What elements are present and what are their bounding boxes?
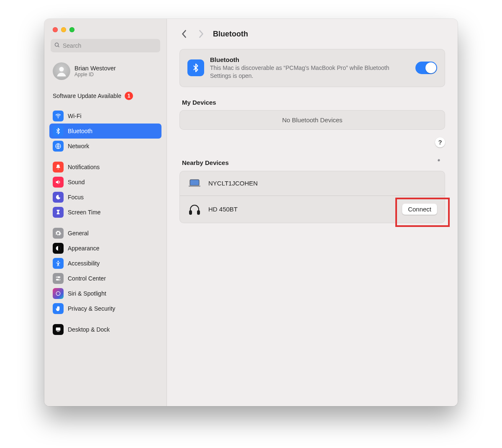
sidebar-item-label: Desktop & Dock <box>68 326 110 333</box>
update-badge: 1 <box>125 92 133 100</box>
sidebar-item-network[interactable]: Network <box>49 139 161 154</box>
svg-point-9 <box>56 277 58 278</box>
sidebar-item-label: Screen Time <box>68 209 101 216</box>
siri-icon <box>53 288 64 299</box>
account-sub: Apple ID <box>74 72 116 77</box>
hand-icon <box>53 303 64 314</box>
sidebar-item-sound[interactable]: Sound <box>49 175 161 190</box>
svg-rect-17 <box>197 211 200 214</box>
svg-point-6 <box>58 261 59 262</box>
help-button[interactable]: ? <box>435 137 445 147</box>
sidebar-item-privacy[interactable]: Privacy & Security <box>49 301 161 316</box>
sidebar-item-label: Control Center <box>68 275 106 282</box>
svg-rect-16 <box>190 211 192 214</box>
main-pane: Bluetooth Bluetooth This Mac is discover… <box>167 19 458 406</box>
svg-point-0 <box>55 43 59 46</box>
account-row[interactable]: Brian Westover Apple ID <box>49 60 161 86</box>
software-update-row[interactable]: Software Update Available 1 <box>49 86 161 106</box>
sidebar-item-label: Privacy & Security <box>68 305 115 312</box>
forward-button[interactable] <box>196 28 205 40</box>
update-label: Software Update Available <box>53 93 121 99</box>
connect-button[interactable]: Connect <box>402 203 437 215</box>
settings-window: Brian Westover Apple ID Software Update … <box>44 19 458 406</box>
svg-rect-13 <box>57 331 60 332</box>
appearance-icon <box>53 243 64 254</box>
device-name: HD 450BT <box>208 206 395 213</box>
sidebar-item-focus[interactable]: Focus <box>49 190 161 205</box>
gear-icon <box>53 228 64 239</box>
nearby-heading: Nearby Devices <box>182 159 229 166</box>
close-window-button[interactable] <box>53 27 58 32</box>
sidebar-item-appearance[interactable]: Appearance <box>49 241 161 256</box>
sidebar: Brian Westover Apple ID Software Update … <box>44 19 167 406</box>
sidebar-item-general[interactable]: General <box>49 226 161 241</box>
avatar <box>53 62 70 80</box>
hourglass-icon <box>53 207 64 218</box>
back-button[interactable] <box>179 28 189 40</box>
search-icon <box>54 42 60 50</box>
toggle-knob <box>425 62 436 73</box>
sidebar-item-label: Network <box>68 143 89 149</box>
focus-icon <box>53 192 64 203</box>
my-devices-empty: No Bluetooth Devices <box>179 110 445 130</box>
spinner-icon <box>435 159 443 167</box>
svg-rect-12 <box>56 327 61 330</box>
sidebar-item-label: Focus <box>68 194 84 201</box>
sidebar-item-control-center[interactable]: Control Center <box>49 271 161 286</box>
nav-group: Notifications Sound Focus Screen Time <box>49 160 161 220</box>
nav-group: General Appearance Accessibility Control… <box>49 226 161 316</box>
sound-icon <box>53 177 64 188</box>
svg-line-1 <box>58 46 59 47</box>
network-icon <box>53 141 64 152</box>
sidebar-item-label: Siri & Spotlight <box>68 290 106 297</box>
laptop-icon <box>187 179 202 188</box>
svg-rect-14 <box>190 180 199 185</box>
bluetooth-toggle[interactable] <box>415 62 437 74</box>
nav-group: Wi-Fi Bluetooth Network <box>49 108 161 154</box>
sidebar-item-label: Wi-Fi <box>68 113 82 119</box>
svg-point-11 <box>56 291 60 295</box>
window-controls <box>49 26 161 39</box>
bell-icon <box>53 162 64 173</box>
device-row[interactable]: HD 450BT Connect <box>180 196 445 223</box>
my-devices-heading: My Devices <box>182 99 445 106</box>
sidebar-item-label: Notifications <box>68 164 100 170</box>
sidebar-item-screen-time[interactable]: Screen Time <box>49 205 161 220</box>
sidebar-item-accessibility[interactable]: Accessibility <box>49 256 161 271</box>
svg-point-10 <box>59 279 60 281</box>
toggles-icon <box>53 273 64 284</box>
nav-group: Desktop & Dock <box>49 322 161 337</box>
page-title: Bluetooth <box>213 30 248 39</box>
minimize-window-button[interactable] <box>61 27 66 32</box>
account-name: Brian Westover <box>74 65 116 72</box>
device-row[interactable]: NYCLT1JCOHEN <box>180 171 445 196</box>
sidebar-item-label: Accessibility <box>68 260 100 267</box>
sidebar-item-label: Sound <box>68 179 85 185</box>
svg-point-3 <box>58 118 59 118</box>
nearby-devices-list: NYCLT1JCOHEN HD 450BT Connect <box>179 171 445 223</box>
device-name: NYCLT1JCOHEN <box>208 180 437 187</box>
svg-point-2 <box>59 67 64 72</box>
bluetooth-status-card: Bluetooth This Mac is discoverable as “P… <box>179 49 445 87</box>
sidebar-item-siri[interactable]: Siri & Spotlight <box>49 286 161 301</box>
headphones-icon <box>187 203 202 215</box>
topbar: Bluetooth <box>179 26 445 42</box>
status-desc: This Mac is discoverable as “PCMag’s Mac… <box>210 64 410 80</box>
svg-rect-15 <box>189 185 200 187</box>
sidebar-item-wifi[interactable]: Wi-Fi <box>49 108 161 124</box>
dock-icon <box>53 324 64 335</box>
sidebar-item-bluetooth[interactable]: Bluetooth <box>49 124 161 139</box>
sidebar-item-label: Bluetooth <box>68 128 92 134</box>
bluetooth-icon <box>53 126 64 136</box>
accessibility-icon <box>53 258 64 269</box>
wifi-icon <box>53 111 64 121</box>
sidebar-item-notifications[interactable]: Notifications <box>49 160 161 175</box>
search-input[interactable] <box>63 42 157 49</box>
sidebar-item-label: Appearance <box>68 245 100 252</box>
search-field[interactable] <box>51 39 160 52</box>
status-title: Bluetooth <box>210 56 410 63</box>
bluetooth-icon <box>187 59 204 76</box>
sidebar-item-desktop-dock[interactable]: Desktop & Dock <box>49 322 161 337</box>
zoom-window-button[interactable] <box>69 27 74 32</box>
sidebar-item-label: General <box>68 230 89 237</box>
